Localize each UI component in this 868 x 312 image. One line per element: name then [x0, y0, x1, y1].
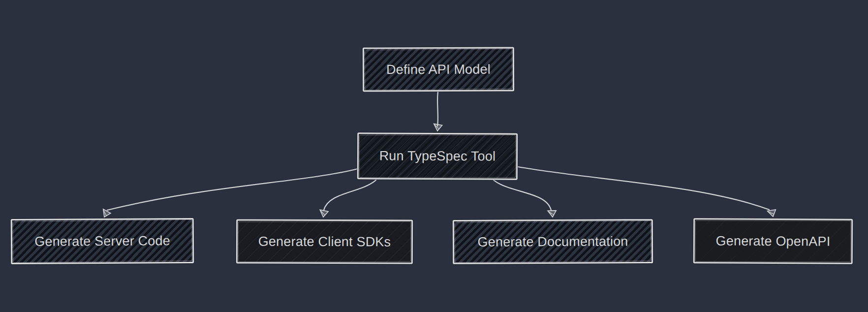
node-generate-documentation: Generate Documentation	[453, 219, 653, 264]
node-generate-openapi: Generate OpenAPI	[693, 218, 853, 264]
node-label: Generate OpenAPI	[715, 233, 830, 249]
edge-run-typespec-tool-to-generate-client-sdks	[324, 180, 376, 210]
edge-run-typespec-tool-to-generate-documentation	[494, 180, 551, 210]
node-generate-client-sdks: Generate Client SDKs	[236, 219, 413, 264]
node-run-typespec-tool: Run TypeSpec Tool	[357, 132, 518, 180]
arrowhead	[434, 124, 442, 131]
node-label: Define API Model	[386, 62, 491, 77]
arrowhead	[101, 209, 111, 218]
node-generate-server-code: Generate Server Code	[11, 218, 194, 264]
diagram-canvas: Define API Model Run TypeSpec Tool Gener…	[0, 0, 868, 312]
node-label: Generate Client SDKs	[258, 234, 391, 250]
arrowhead	[319, 210, 328, 217]
edge-run-typespec-tool-to-generate-openapi	[518, 167, 769, 210]
node-label: Generate Documentation	[477, 234, 628, 250]
node-define-api-model: Define API Model	[363, 47, 514, 92]
arrowhead	[548, 210, 557, 218]
edge-run-typespec-tool-to-generate-server-code	[107, 169, 358, 210]
node-label: Run TypeSpec Tool	[379, 148, 496, 164]
node-label: Generate Server Code	[34, 233, 170, 250]
edge-define-api-model-to-run-typespec-tool	[437, 92, 438, 126]
